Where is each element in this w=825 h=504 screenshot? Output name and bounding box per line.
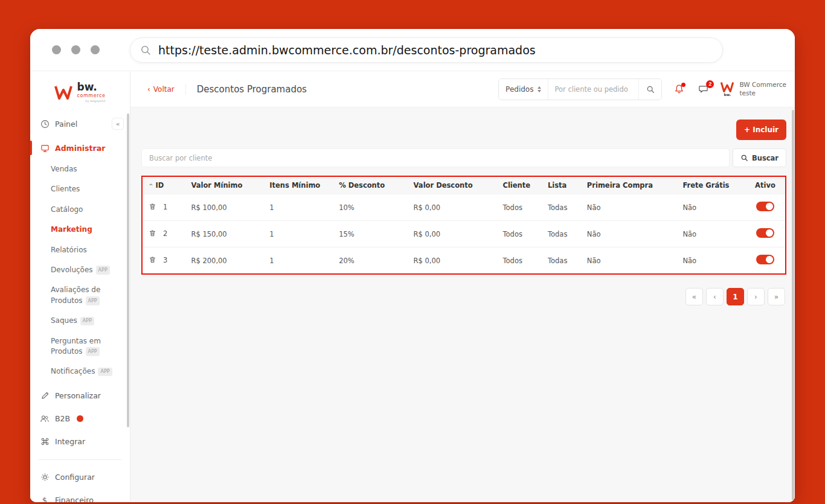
sidebar-subitem-notificacoes[interactable]: NotificaçõesAPP [30,362,127,381]
notifications-button[interactable] [672,82,686,97]
account-environment: teste [739,89,786,98]
sidebar-item-label: Personalizar [55,391,101,400]
cell-primeira-compra: Não [583,247,679,274]
sidebar-subitem-relatorios[interactable]: Relatórios [30,240,127,260]
app-badge: APP [96,266,110,275]
header-actions: Pedidos [498,78,786,100]
sidebar-item-painel[interactable]: Painel « [30,111,130,136]
annotation-highlight-box: ^IDValor MínimoItens Mínimo% DescontoVal… [141,176,786,275]
table-row: 2R$ 150,00115%R$ 0,00TodosTodasNãoNão [143,221,785,247]
command-icon [40,437,50,447]
search-type-dropdown[interactable]: Pedidos [499,79,548,100]
cell-ativo [745,194,785,221]
table-header-row: ^IDValor MínimoItens Mínimo% DescontoVal… [143,177,785,194]
cell-ativo [745,247,785,274]
messages-button[interactable]: 2 [696,82,710,97]
sidebar: bw. commerce by wagspeed Painel « [30,71,130,502]
app-logo[interactable]: bw. commerce by wagspeed [30,78,130,111]
sidebar-submenu: VendasClientesCatálogoMarketingRelatório… [30,159,130,384]
cell-cliente: Todos [499,221,544,247]
address-bar[interactable]: https://teste.admin.bwcommerce.com.br/de… [130,37,723,63]
chevron-left-icon: ‹ [147,85,150,94]
sort-caret-icon: ^ [149,183,153,189]
subitem-label: Catálogo [51,205,83,214]
sidebar-subitem-clientes[interactable]: Clientes [30,179,127,199]
row-id: 3 [163,256,167,264]
page-title: Descontos Programados [185,84,307,95]
cell-desconto: 15% [335,221,409,247]
page-scrollbar[interactable] [792,110,794,500]
page-header: ‹ Voltar Descontos Programados Pedidos [130,71,795,107]
cell-desconto: 10% [335,194,409,221]
cell-lista: Todas [544,247,583,274]
sidebar-subitem-perguntas-em-produtos[interactable]: Perguntas em ProdutosAPP [30,331,127,362]
url-text: https://teste.admin.bwcommerce.com.br/de… [158,43,536,57]
sidebar-collapse-button[interactable]: « [112,118,124,130]
browser-window: https://teste.admin.bwcommerce.com.br/de… [30,29,795,502]
sidebar-subitem-catalogo[interactable]: Catálogo [30,200,127,220]
delete-row-icon[interactable] [149,229,156,239]
sidebar-item-financeiro[interactable]: $ Financeiro [30,489,130,502]
active-toggle[interactable] [756,202,774,211]
header-search-group: Pedidos [498,78,662,100]
sidebar-item-label: Configurar [55,473,95,482]
column-header-ativo: Ativo [745,177,785,194]
avatar-logo-label: bw. [724,93,731,97]
pagination-next[interactable]: › [747,288,765,305]
active-toggle[interactable] [756,255,774,264]
pagination-prev[interactable]: ‹ [706,288,724,305]
bw-logo-mark-icon [720,81,734,92]
pagination-last[interactable]: » [768,288,785,305]
cell-itens-minimo: 1 [266,221,335,247]
active-toggle[interactable] [756,228,774,238]
sidebar-item-personalizar[interactable]: Personalizar [30,384,130,407]
sidebar-item-configurar[interactable]: Configurar [30,466,130,489]
sidebar-item-label: Administrar [55,144,105,153]
header-search-button[interactable] [638,79,661,100]
sidebar-subitem-saques[interactable]: SaquesAPP [30,311,127,331]
cell-valor-minimo: R$ 100,00 [187,194,266,221]
account-text: BW Commerce teste [739,81,786,97]
sidebar-subitem-marketing[interactable]: Marketing [30,220,127,240]
sidebar-item-administrar[interactable]: Administrar [30,136,130,159]
window-control-dot[interactable] [52,45,61,54]
delete-row-icon[interactable] [149,203,156,212]
client-search-input[interactable] [141,148,730,167]
window-control-dot[interactable] [91,45,100,54]
sidebar-subitem-vendas[interactable]: Vendas [30,159,127,179]
subitem-label: Clientes [51,185,80,193]
account-menu[interactable]: bw. BW Commerce teste [720,81,786,97]
column-header-lista: Lista [544,177,583,194]
sidebar-subitem-devolucoes[interactable]: DevoluçõesAPP [30,260,127,280]
search-icon [646,85,655,94]
delete-row-icon[interactable] [149,256,156,266]
cell-valor-desconto: R$ 0,00 [410,247,499,274]
cell-ativo [745,221,785,247]
pagination-page-1[interactable]: 1 [727,288,744,305]
table-body: 1R$ 100,00110%R$ 0,00TodosTodasNãoNão2R$… [143,194,785,274]
cell-frete-gratis: Não [679,247,745,274]
search-button[interactable]: Buscar [733,148,786,167]
pagination-first[interactable]: « [685,288,703,305]
add-discount-button[interactable]: + Incluir [736,120,786,140]
toggle-knob [766,256,773,263]
column-header-itens-minimo: Itens Mínimo [266,177,335,194]
cell-itens-minimo: 1 [266,247,335,274]
back-label: Voltar [153,85,175,94]
cell-valor-desconto: R$ 0,00 [410,221,499,247]
column-header-id[interactable]: ^ID [143,177,187,194]
sidebar-item-b2b[interactable]: B2B [30,407,130,430]
back-button[interactable]: ‹ Voltar [147,85,175,94]
sidebar-item-integrar[interactable]: Integrar [30,430,130,453]
notification-dot-badge [681,83,685,87]
account-avatar: bw. [720,81,734,97]
search-icon [140,45,151,56]
header-search-input[interactable] [548,79,638,100]
subitem-label: Relatórios [51,246,87,254]
sidebar-item-label: Painel [55,120,77,129]
window-control-dot[interactable] [71,45,80,54]
cell-cliente: Todos [499,247,544,274]
sidebar-scrollbar[interactable] [127,113,129,427]
sidebar-subitem-avaliacoes-de-produtos[interactable]: Avaliações de ProdutosAPP [30,280,127,311]
row-id: 2 [163,229,167,238]
